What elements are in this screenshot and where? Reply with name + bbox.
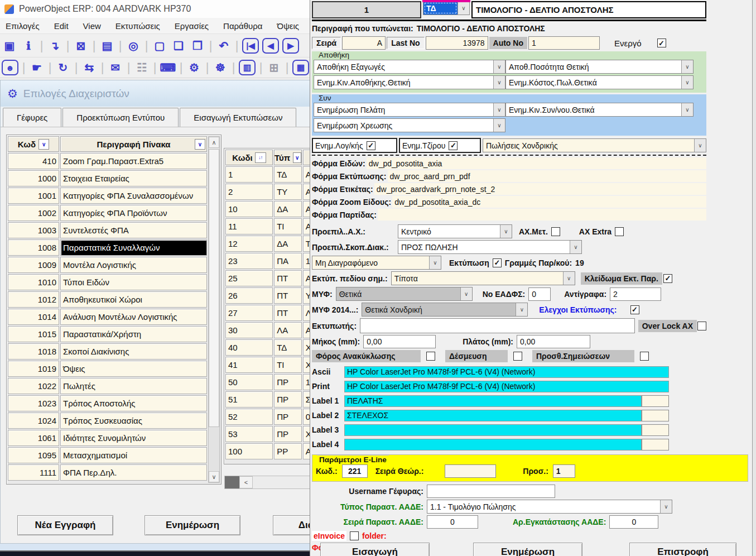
label-value-field[interactable] <box>344 439 642 450</box>
username-gefyras-field[interactable] <box>427 485 555 498</box>
chevron-down-icon[interactable] <box>429 256 441 269</box>
nav-next-icon[interactable]: ▶ <box>282 38 299 54</box>
modules-icon[interactable]: ⊞ <box>264 59 283 76</box>
table-row[interactable]: 1019 Όψεις <box>8 361 207 377</box>
sort-icon[interactable]: ↓↑ <box>255 152 266 163</box>
ektyp-pediou-combo[interactable]: Τίποτα <box>391 271 575 285</box>
table-row[interactable]: 1012 Αποθηκευτικοί Χώροι <box>8 291 207 308</box>
enim-kin-synnou-thetika-combo[interactable]: Ενημ.Κιν.Συν/νου.Θετικά <box>505 103 694 117</box>
separator[interactable]: | <box>20 59 27 76</box>
typos-aade-combo[interactable]: 1.1 - Τιμολόγιο Πώλησης <box>427 500 672 514</box>
scroll-down-icon[interactable]: ∨ <box>209 471 219 482</box>
separator[interactable]: | <box>257 59 264 76</box>
print-printer-field[interactable]: HP Color LaserJet Pro M478f-9f PCL-6 (V4… <box>344 381 669 392</box>
proepil-skop-combo[interactable]: ΠΡΟΣ ΠΩΛΗΣΗ <box>398 240 582 254</box>
table-row[interactable]: 1018 Σκοποί Διακίνισης <box>8 343 207 360</box>
chevron-down-icon[interactable] <box>694 139 706 152</box>
column-header-description[interactable]: Περιγραφή Πίνακα ∨ <box>60 136 207 152</box>
label-extra-field[interactable] <box>642 424 669 436</box>
eline-seira-theor-field[interactable] <box>445 464 496 478</box>
tab-gefyres[interactable]: Γέφυρες <box>3 108 61 127</box>
menu-item[interactable]: Όψεις <box>277 21 300 31</box>
separator[interactable]: | <box>207 37 214 54</box>
table-row[interactable]: 410 Zoom Γραμ.Παραστ.Extra5 <box>8 153 207 169</box>
separator[interactable]: | <box>38 37 45 54</box>
poliseis-combo[interactable]: Πωλήσεις Χονδρικής <box>483 138 706 152</box>
enim-kin-apothikis-thetiki-combo[interactable]: Ενημ.Κιν.Αποθήκης.Θετική <box>314 75 505 89</box>
einvoice-checkbox[interactable] <box>350 531 359 540</box>
tab-eisagogi-ektyposeon[interactable]: Εισαγωγή Εκτυπώσεων <box>180 108 296 127</box>
column-header-type[interactable]: Τύπ ∨ <box>274 150 302 165</box>
enimerosi-xreosis-combo[interactable]: Ενημέρωση Χρεωσης <box>314 118 505 132</box>
filter-dropdown-icon[interactable]: ∨ <box>195 139 205 150</box>
separator[interactable]: | <box>204 59 211 76</box>
chevron-down-icon[interactable] <box>458 2 469 15</box>
ax-met-checkbox[interactable] <box>551 227 560 236</box>
label-extra-field[interactable] <box>642 410 669 421</box>
separator[interactable]: | <box>99 59 106 76</box>
ar-egk-field[interactable]: 0 <box>609 515 658 529</box>
tab-proektyposi-entypou[interactable]: Προεκτύπωση Εντύπου <box>62 108 179 127</box>
select-region-icon[interactable]: ▢ <box>150 37 169 54</box>
menu-item[interactable]: View <box>83 21 101 31</box>
ektyposi-checkbox[interactable] <box>493 258 502 267</box>
chevron-down-icon[interactable] <box>681 60 693 73</box>
table-row[interactable]: 1014 Ανάλυση Μοντέλων Λογιστικής <box>8 309 207 325</box>
platos-field[interactable]: 0,00 <box>517 335 590 348</box>
separator[interactable]: | <box>143 37 150 54</box>
table-row[interactable]: 1023 Τρόπος Αποστολής <box>8 395 207 411</box>
separator[interactable]: | <box>117 37 124 54</box>
copy-icon[interactable]: ❏ <box>169 37 188 54</box>
new-record-button[interactable]: Νέα Εγγραφή <box>17 515 113 535</box>
mikos-field[interactable]: 0,00 <box>363 335 436 348</box>
table-row[interactable]: 1015 Παραστατικά/Χρήστη <box>8 326 207 342</box>
seira-field[interactable]: A <box>342 36 386 50</box>
myf2014-combo[interactable]: Θετικά Χονδρική <box>362 303 528 317</box>
menu-item[interactable]: Εκτυπώσεις <box>115 21 160 31</box>
energo-checkbox[interactable] <box>657 39 666 47</box>
enimerosi-pelati-combo[interactable]: Ενημέρωση Πελάτη <box>314 103 505 117</box>
label-value-field[interactable]: ΠΕΛΑΤΗΣ <box>344 395 642 407</box>
chevron-down-icon[interactable] <box>460 287 472 300</box>
chevron-down-icon[interactable] <box>516 303 527 316</box>
filter-dropdown-icon[interactable]: ∨ <box>293 152 301 163</box>
messages-icon[interactable]: ✉ <box>106 59 125 76</box>
separator[interactable]: | <box>64 37 71 54</box>
eline-pros-field[interactable]: 1 <box>553 464 575 478</box>
record-number-field[interactable]: 1 <box>312 1 421 18</box>
kleidoma-checkbox[interactable] <box>663 274 672 283</box>
chevron-down-icon[interactable] <box>681 103 693 116</box>
mi-diagrafomeno-combo[interactable]: Μη Διαγραφόμενο <box>312 256 441 270</box>
label-extra-field[interactable] <box>642 395 669 407</box>
save-icon[interactable]: ▣ <box>0 37 19 54</box>
table-row[interactable]: 1001 Κατηγορίες ΦΠΑ Συναλασσομένων <box>8 188 207 204</box>
delete-icon[interactable]: ⊠ <box>71 37 90 54</box>
table-row[interactable]: 1022 Πωλητές <box>8 378 207 394</box>
ax-extra-checkbox[interactable] <box>615 227 624 236</box>
enim-kostos-pol-thetika-combo[interactable]: Ενημ.Κόστος.Πωλ.Θετικά <box>505 75 694 89</box>
desmeusi-checkbox[interactable] <box>513 352 522 361</box>
hierarchy-icon[interactable]: ☷ <box>132 59 151 76</box>
enim-tzirou-checkbox[interactable] <box>449 141 458 150</box>
elegxoi-checkbox[interactable] <box>630 305 639 314</box>
export-icon[interactable]: ↴ <box>45 37 64 54</box>
contacts-icon[interactable]: ☻ <box>2 60 18 75</box>
ektypotis-field[interactable] <box>360 318 635 333</box>
info-icon[interactable]: ℹ <box>19 37 38 54</box>
enim-logikis-checkbox[interactable] <box>367 141 375 150</box>
catalog-icon[interactable]: ▥ <box>239 60 256 75</box>
separator[interactable]: | <box>90 37 98 54</box>
print-icon[interactable]: ▤ <box>98 37 117 54</box>
forma-value-field[interactable]: dw_pd_posotita_axia_dc <box>392 196 706 208</box>
myf-combo[interactable]: Θετικά <box>336 287 473 301</box>
nav-first-icon[interactable]: |◀ <box>242 38 259 54</box>
chevron-down-icon[interactable] <box>500 225 512 238</box>
exchange-icon[interactable]: ⇆ <box>80 59 99 76</box>
update-button[interactable]: Ενημέρωση <box>145 515 240 535</box>
settings-gear-icon[interactable]: ⚙ <box>185 59 204 76</box>
menu-item[interactable]: Παράθυρα <box>223 21 262 31</box>
autono-field[interactable]: 1 <box>528 36 600 50</box>
scrollbar-thumb[interactable] <box>209 149 219 427</box>
column-header-code[interactable]: Κωδι ↓↑ <box>225 150 273 165</box>
nav-prev-icon[interactable]: ◀ <box>262 38 279 54</box>
